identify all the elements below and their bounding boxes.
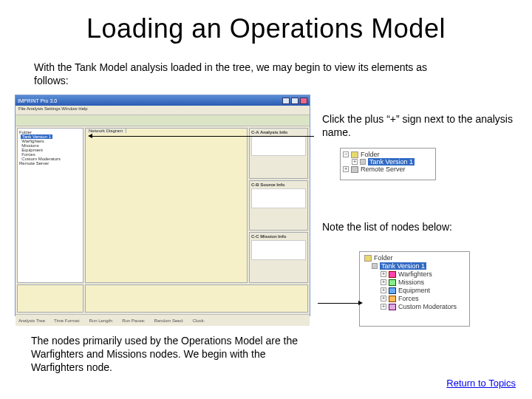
mini2-child: Missions xyxy=(398,279,424,286)
mini-tree-collapsed: − Folder + Tank Version 1 + Remote Serve… xyxy=(340,148,436,180)
app-menubar: File Analysis Settings Window Help xyxy=(16,106,310,115)
panel-b: C-B Source Info xyxy=(249,180,308,231)
app-center-panel: Network Diagram xyxy=(85,128,248,283)
expand-icon: − xyxy=(343,151,349,157)
mini2-child: Custom Moderators xyxy=(398,303,457,310)
status-item: Random Seed: xyxy=(154,318,184,323)
forces-icon xyxy=(389,296,396,302)
minimize-icon xyxy=(282,98,290,104)
folder-icon xyxy=(364,255,372,262)
mini1-selected: Tank Version 1 xyxy=(368,158,415,166)
app-titlebar: IMPRINT Pro 3.0 xyxy=(16,95,310,106)
callout-node-list: Note the list of nodes below: xyxy=(322,220,522,233)
status-item: Clock: xyxy=(193,318,205,323)
missions-icon xyxy=(389,279,396,286)
panel-c-header: C-C Mission Info xyxy=(251,234,306,239)
status-item: Run Pause: xyxy=(122,318,145,323)
arrow-to-tree xyxy=(92,136,314,137)
maximize-icon xyxy=(291,98,299,104)
expand-icon: + xyxy=(343,166,349,172)
mini2-child: Forces xyxy=(398,295,419,302)
status-item: Run Length: xyxy=(89,318,113,323)
panel-b-header: C-B Source Info xyxy=(251,183,306,187)
panel-a-header: C-A Analysis Info xyxy=(251,130,306,134)
tree-remote: Remote Server xyxy=(19,161,49,166)
mini1-remote: Remote Server xyxy=(361,166,406,173)
panel-c: C-C Mission Info xyxy=(249,232,308,283)
bottom-left-panel xyxy=(17,284,83,313)
expand-icon: + xyxy=(381,296,386,301)
expand-icon: + xyxy=(381,287,386,293)
bottom-right-panel xyxy=(85,284,308,313)
mini2-folder: Folder xyxy=(374,254,393,262)
mini2-selected: Tank Version 1 xyxy=(380,262,426,270)
app-right-column: C-A Analysis Info C-B Source Info C-C Mi… xyxy=(249,128,308,283)
callout-click-plus: Click the plus “+” sign next to the anal… xyxy=(322,112,514,139)
custom-moderators-icon xyxy=(389,304,396,310)
equipment-icon xyxy=(389,287,396,294)
warfighters-icon xyxy=(389,271,396,278)
expand-icon: + xyxy=(381,279,386,285)
close-icon xyxy=(300,98,307,104)
status-item: Time Format: xyxy=(54,318,80,323)
remote-server-icon xyxy=(351,166,358,173)
intro-text: With the Tank Model analysis loaded in t… xyxy=(34,61,455,87)
mini1-folder: Folder xyxy=(361,151,380,158)
app-screenshot: IMPRINT Pro 3.0 File Analysis Settings W… xyxy=(15,95,310,316)
mini-tree-expanded: Folder Tank Version 1 + Warfighters + Mi… xyxy=(359,251,470,327)
folder-icon xyxy=(351,151,358,158)
app-status-bar: Analysis Tree Time Format: Run Length: R… xyxy=(16,314,310,326)
mini2-child: Equipment xyxy=(398,287,430,294)
bottom-text: The nodes primarily used by the Operatio… xyxy=(31,334,304,375)
app-tree-panel: Folder Tank Version 1 Warfighters Missio… xyxy=(17,128,83,283)
return-to-topics-link[interactable]: Return to Topics xyxy=(446,378,516,389)
app-toolbar xyxy=(16,115,310,126)
app-title: IMPRINT Pro 3.0 xyxy=(18,98,282,103)
page-title: Loading an Operations Model xyxy=(0,13,532,44)
mini2-child: Warfighters xyxy=(398,270,432,278)
center-tab: Network Diagram xyxy=(85,128,126,133)
arrow-to-expanded-tree xyxy=(318,303,358,304)
status-item: Analysis Tree xyxy=(18,318,45,323)
expand-icon: + xyxy=(352,159,358,165)
expand-icon: + xyxy=(381,271,386,277)
expand-icon: + xyxy=(381,304,386,310)
analysis-icon xyxy=(360,159,366,165)
analysis-icon xyxy=(372,263,378,269)
